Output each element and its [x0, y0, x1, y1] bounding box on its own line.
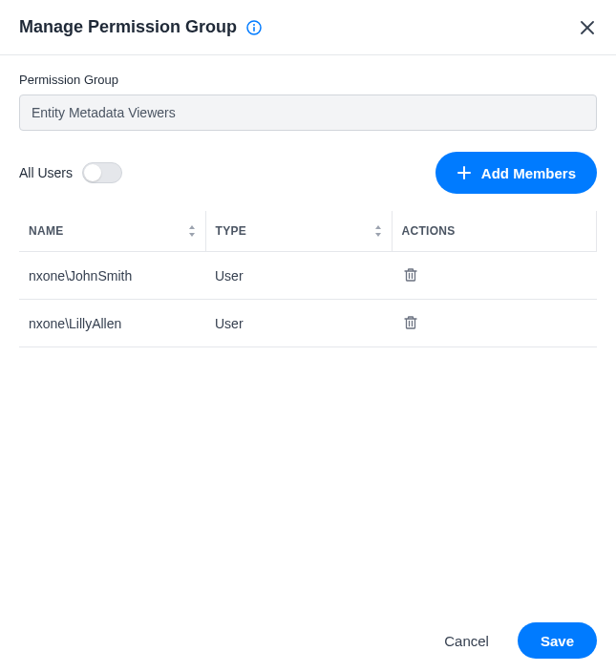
trash-icon [403, 267, 418, 283]
trash-icon [403, 315, 418, 330]
modal-header: Manage Permission Group [0, 0, 616, 55]
member-actions-cell [392, 300, 597, 347]
column-header-type[interactable]: TYPE [205, 211, 392, 252]
info-icon[interactable] [246, 20, 262, 35]
permission-group-input[interactable] [19, 94, 597, 131]
svg-point-1 [253, 24, 255, 26]
sort-icon [374, 225, 382, 237]
sort-icon [188, 225, 196, 237]
member-name-cell: nxone\JohnSmith [19, 252, 205, 300]
member-type-cell: User [205, 300, 392, 347]
column-header-name-label: NAME [29, 224, 64, 238]
table-row: nxone\JohnSmith User [19, 252, 597, 300]
column-header-actions: ACTIONS [392, 211, 597, 252]
member-actions-cell [392, 252, 597, 300]
close-button[interactable] [578, 18, 597, 37]
modal-title: Manage Permission Group [19, 17, 237, 37]
permission-group-label: Permission Group [19, 73, 597, 87]
column-header-name[interactable]: NAME [19, 211, 205, 252]
all-users-toggle[interactable] [82, 162, 122, 183]
members-table: NAME TYPE [19, 211, 597, 347]
toggle-thumb [84, 164, 101, 181]
modal-body: Permission Group All Users Add Members N… [0, 55, 616, 365]
modal-title-wrap: Manage Permission Group [19, 17, 262, 37]
column-header-type-label: TYPE [216, 224, 247, 238]
delete-member-button[interactable] [401, 313, 420, 332]
all-users-label: All Users [19, 165, 73, 180]
table-row: nxone\LillyAllen User [19, 300, 597, 347]
close-icon [581, 21, 594, 34]
delete-member-button[interactable] [401, 265, 420, 284]
all-users-wrap: All Users [19, 162, 122, 183]
add-members-label: Add Members [481, 165, 576, 181]
add-members-button[interactable]: Add Members [435, 152, 597, 194]
column-header-actions-label: ACTIONS [402, 224, 456, 238]
plus-icon [457, 165, 472, 180]
toolbar-row: All Users Add Members [19, 152, 597, 194]
save-button[interactable]: Save [518, 622, 597, 659]
member-type-cell: User [205, 252, 392, 300]
svg-rect-2 [253, 27, 255, 32]
member-name-cell: nxone\LillyAllen [19, 300, 205, 347]
modal-footer: Cancel Save [435, 622, 597, 659]
cancel-button[interactable]: Cancel [435, 625, 499, 657]
